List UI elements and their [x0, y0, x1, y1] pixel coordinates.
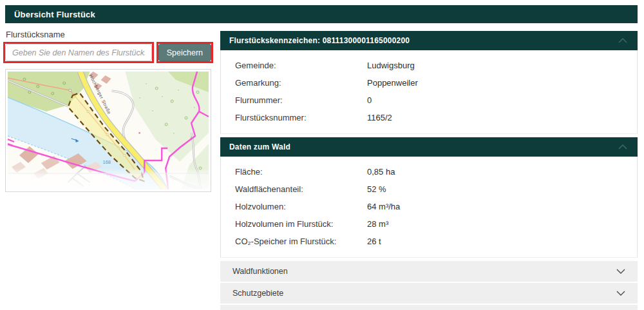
row-value: 52 %	[367, 184, 386, 195]
row-value: 0	[367, 95, 372, 106]
button-annotation-box: Speichern	[156, 42, 213, 63]
page-title: Übersicht Flurstück	[14, 10, 95, 19]
map-small-marker	[138, 132, 140, 134]
row-value: 26 t	[367, 236, 381, 247]
row-label: Flurstücksnummer:	[235, 112, 367, 123]
left-column: Flurstücksname Speichern	[5, 30, 211, 192]
parcel-map[interactable]: Hochberger Straße	[5, 69, 211, 192]
parcel-detail-panel: Flurstückskennzeichen: 08111300001165000…	[220, 31, 638, 310]
row-value: 1165/2	[367, 112, 392, 123]
accordion-list: Waldfunktionen Schutzgebiete Kontakt	[220, 261, 638, 310]
chevron-down-icon[interactable]	[616, 291, 625, 296]
table-row: CO₂-Speicher im Flurstück: 26 t	[221, 233, 637, 250]
row-value: 28 m³	[367, 218, 388, 229]
row-value: 64 m³/ha	[367, 201, 400, 212]
table-row: Fläche: 0,85 ha	[221, 163, 637, 180]
section-body-wald: Fläche: 0,85 ha Waldflächenanteil: 52 % …	[220, 157, 638, 258]
chevron-down-icon[interactable]	[616, 269, 625, 274]
map-fade-overlay	[8, 168, 209, 189]
page: Übersicht Flurstück Flurstücksname Speic…	[0, 0, 644, 310]
row-label: Holzvolumen:	[235, 201, 367, 212]
section-title: Daten zum Wald	[229, 142, 290, 151]
chevron-up-icon[interactable]	[618, 38, 627, 43]
table-row: Gemeinde: Ludwigsburg	[221, 57, 637, 74]
table-row: Flurnummer: 0	[221, 92, 637, 109]
section-header-kennzeichen[interactable]: Flurstückskennzeichen: 08111300001165000…	[220, 31, 638, 50]
parcel-name-label: Flurstücksname	[5, 30, 211, 39]
section-header-wald[interactable]: Daten zum Wald	[220, 137, 638, 157]
table-row: Gemarkung: Poppenweiler	[221, 74, 637, 92]
row-label: Waldflächenanteil:	[235, 184, 367, 195]
table-row: Flurstücksnummer: 1165/2	[221, 109, 637, 126]
accordion-label: Schutzgebiete	[232, 289, 283, 298]
row-label: Gemeinde:	[235, 60, 367, 71]
accordion-schutzgebiete[interactable]: Schutzgebiete	[220, 283, 638, 304]
row-label: Flurnummer:	[235, 95, 367, 106]
row-value: Poppenweiler	[367, 77, 418, 88]
page-title-bar: Übersicht Flurstück	[5, 5, 638, 23]
save-button[interactable]: Speichern	[158, 44, 211, 61]
map-canvas: Hochberger Straße	[8, 72, 209, 189]
accordion-waldfunktionen[interactable]: Waldfunktionen	[220, 261, 638, 282]
row-value: Ludwigsburg	[367, 60, 415, 71]
table-row: Holzvolumen: 64 m³/ha	[221, 198, 637, 215]
row-label: Holzvolumen im Flurstück:	[235, 218, 367, 229]
table-row: Waldflächenanteil: 52 %	[221, 180, 637, 198]
row-label: CO₂-Speicher im Flurstück:	[235, 236, 367, 247]
row-label: Fläche:	[235, 166, 367, 177]
section-body-kennzeichen: Gemeinde: Ludwigsburg Gemarkung: Poppenw…	[220, 50, 638, 134]
row-label: Gemarkung:	[235, 77, 367, 88]
accordion-kontakt[interactable]: Kontakt	[220, 305, 638, 310]
table-row: Holzvolumen im Flurstück: 28 m³	[221, 215, 637, 233]
parcel-name-input[interactable]	[5, 44, 152, 61]
chevron-up-icon[interactable]	[618, 144, 627, 150]
parcel-name-form: Speichern	[3, 42, 213, 63]
river-label: 168	[103, 159, 111, 165]
input-annotation-box	[3, 42, 154, 63]
accordion-label: Waldfunktionen	[232, 267, 288, 276]
row-value: 0,85 ha	[367, 166, 395, 177]
section-title: Flurstückskennzeichen: 08111300001165000…	[229, 36, 410, 45]
